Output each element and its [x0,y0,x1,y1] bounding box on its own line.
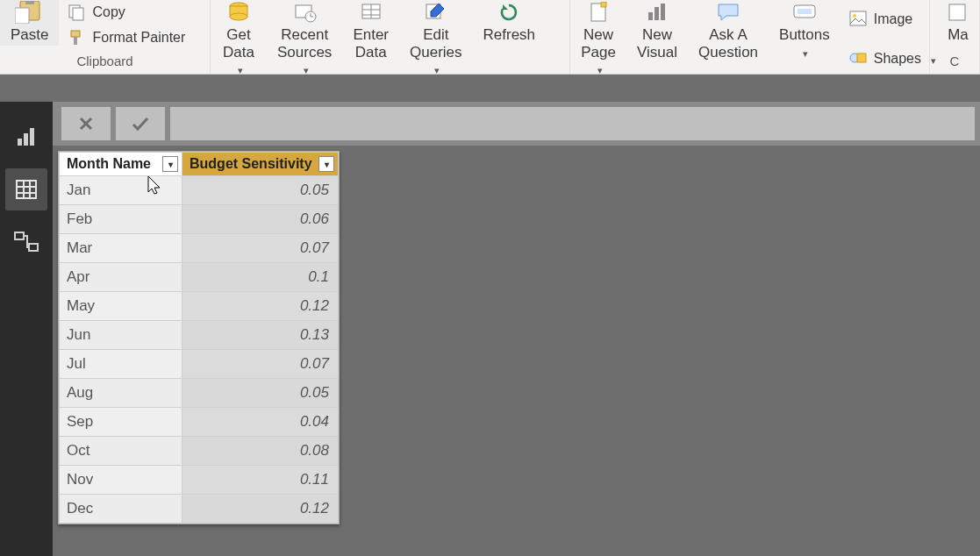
chevron-down-icon [432,61,440,75]
ask-question-button[interactable]: Ask A Question [688,0,769,62]
partial-label: Ma [948,26,969,44]
shapes-icon [849,50,867,68]
svg-point-25 [853,14,856,18]
svg-point-9 [230,13,247,20]
get-data-button[interactable]: Get Data [211,0,267,75]
ribbon: Paste Copy Format Painter [0,0,980,75]
enter-data-icon [354,0,389,25]
refresh-icon [491,0,526,25]
database-icon [221,0,256,25]
chevron-down-icon [800,44,808,60]
svg-rect-20 [655,7,659,20]
buttons-button[interactable]: Buttons [769,0,841,61]
bar-chart-icon [640,0,675,25]
buttons-label: Buttons [779,26,830,44]
recent-sources-button[interactable]: Recent Sources [267,0,342,75]
buttons-icon [787,0,822,25]
format-painter-label: Format Painter [92,30,185,46]
svg-rect-2 [15,8,29,24]
copy-label: Copy [92,4,125,20]
get-data-label: Get Data [223,26,254,61]
copy-icon [68,4,85,21]
chevron-down-icon [235,61,243,75]
svg-rect-21 [661,4,665,20]
paste-icon [12,0,47,25]
paste-button[interactable]: Paste [0,0,59,46]
page-icon [581,0,616,25]
edit-queries-icon [418,0,454,25]
enter-data-label: Enter Data [353,26,389,61]
recent-sources-icon [287,0,322,25]
format-painter-button[interactable]: Format Painter [59,25,194,50]
edit-queries-button[interactable]: Edit Queries [399,0,473,75]
image-label: Image [874,11,912,27]
chevron-down-icon [595,61,603,75]
enter-data-button[interactable]: Enter Data [342,0,399,62]
svg-rect-23 [798,9,812,14]
svg-rect-5 [71,31,80,37]
recent-sources-label: Recent Sources [277,26,332,61]
group-label-clipboard: Clipboard [0,50,210,74]
new-page-label: New Page [581,26,616,61]
svg-rect-1 [25,1,34,4]
paste-label: Paste [11,26,48,44]
marketplace-icon [941,0,976,25]
svg-rect-28 [949,4,965,20]
svg-rect-18 [601,2,606,7]
speech-bubble-icon [711,0,746,25]
refresh-label: Refresh [483,26,536,44]
shapes-label: Shapes [874,51,921,67]
new-visual-label: New Visual [637,26,677,61]
ask-question-label: Ask A Question [698,26,758,61]
chevron-down-icon [301,61,309,75]
partial-button[interactable]: Ma [930,0,980,46]
copy-button[interactable]: Copy [59,0,194,25]
new-page-button[interactable]: New Page [570,0,626,75]
group-label-partial: C [930,50,979,74]
edit-queries-label: Edit Queries [410,26,462,61]
brush-icon [68,29,85,46]
svg-rect-24 [850,11,866,25]
svg-rect-4 [73,8,83,20]
refresh-button[interactable]: Refresh [473,0,547,46]
new-visual-button[interactable]: New Visual [626,0,688,62]
svg-rect-6 [74,37,77,45]
svg-rect-27 [857,53,866,62]
image-icon [849,11,867,28]
svg-rect-19 [648,12,653,20]
